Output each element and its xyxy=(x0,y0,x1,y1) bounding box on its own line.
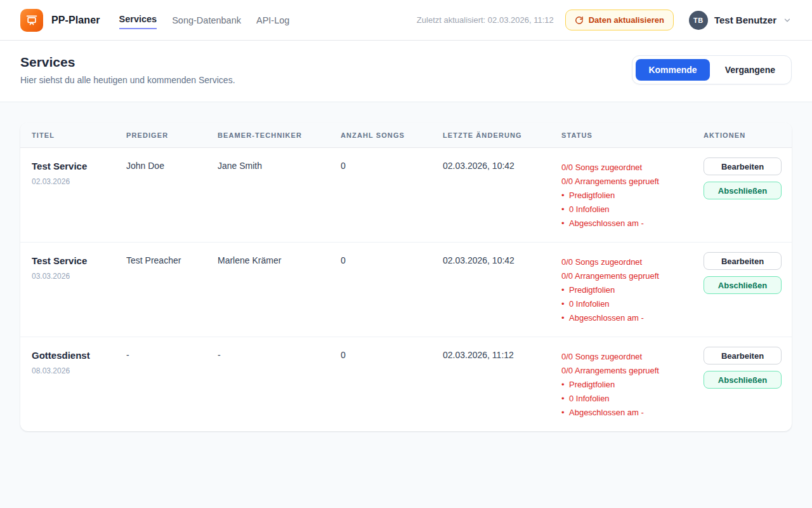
preacher-cell: - xyxy=(126,337,218,431)
service-date: 02.03.2026 xyxy=(32,177,119,186)
projector-screen-icon xyxy=(25,14,38,27)
table-row: Test Service 03.03.2026 Test Preacher Ma… xyxy=(20,243,792,337)
column-header-beamer-techniker: Beamer-Techniker xyxy=(218,123,341,147)
preacher-cell: John Doe xyxy=(126,148,218,242)
user-name: Test Benutzer xyxy=(714,15,776,25)
bullet-icon: • xyxy=(561,189,569,203)
last-change-cell: 02.03.2026, 10:42 xyxy=(443,148,561,242)
service-title: Test Service xyxy=(32,255,119,266)
top-bar: PP-Planer Services Song-Datenbank API-Lo… xyxy=(0,0,812,41)
complete-button[interactable]: Abschließen xyxy=(704,371,782,389)
bullet-icon: • xyxy=(561,203,569,217)
service-title: Gottesdienst xyxy=(32,350,119,361)
page-title: Services xyxy=(20,55,235,70)
last-updated-text: Zuletzt aktualisiert: 02.03.2026, 11:12 xyxy=(417,15,554,25)
brand-name: PP-Planer xyxy=(51,15,100,26)
service-date: 03.03.2026 xyxy=(32,272,119,281)
refresh-button-label: Daten aktualisieren xyxy=(589,15,664,25)
status-cell: 0/0 Songs zugeordnet 0/0 Arrangements ge… xyxy=(561,243,704,337)
column-header-aktionen: Aktionen xyxy=(704,123,792,147)
bullet-icon: • xyxy=(561,406,569,420)
column-header-prediger: Prediger xyxy=(126,123,218,147)
filter-toggle: Kommende Vergangene xyxy=(632,55,792,84)
nav-item-song-datenbank[interactable]: Song-Datenbank xyxy=(172,13,241,28)
main-content: Titel Prediger Beamer-Techniker Anzahl S… xyxy=(0,102,812,451)
column-header-status: Status xyxy=(561,123,704,147)
status-bullet-line: •0 Infofolien xyxy=(561,392,696,406)
title-cell: Gottesdienst 08.03.2026 xyxy=(32,337,126,431)
song-count-cell: 0 xyxy=(341,337,443,431)
status-line: 0/0 Songs zugeordnet xyxy=(561,161,696,175)
bullet-icon: • xyxy=(561,283,569,297)
complete-button[interactable]: Abschließen xyxy=(704,276,782,294)
column-header-anzahl-songs: Anzahl Songs xyxy=(341,123,443,147)
column-header-letzte-aenderung: Letzte Änderung xyxy=(443,123,561,147)
table-header-row: Titel Prediger Beamer-Techniker Anzahl S… xyxy=(20,123,792,148)
avatar: TB xyxy=(689,11,708,30)
actions-cell: Bearbeiten Abschließen xyxy=(704,148,792,242)
song-count-cell: 0 xyxy=(341,243,443,337)
status-bullet-line: •Abgeschlossen am - xyxy=(561,311,696,325)
chevron-down-icon xyxy=(783,16,792,25)
page-subtitle: Hier siehst du alle heutigen und kommend… xyxy=(20,75,235,85)
status-bullet-line: •Predigtfolien xyxy=(561,378,696,392)
status-line: 0/0 Arrangements geprueft xyxy=(561,175,696,189)
nav-item-services[interactable]: Services xyxy=(119,11,157,29)
column-header-titel: Titel xyxy=(32,123,126,147)
services-table-card: Titel Prediger Beamer-Techniker Anzahl S… xyxy=(20,123,792,431)
page-head-text: Services Hier siehst du alle heutigen un… xyxy=(20,55,235,85)
service-date: 08.03.2026 xyxy=(32,366,119,375)
status-cell: 0/0 Songs zugeordnet 0/0 Arrangements ge… xyxy=(561,337,704,431)
refresh-data-button[interactable]: Daten aktualisieren xyxy=(565,10,674,30)
app-logo xyxy=(20,9,43,32)
status-line: 0/0 Songs zugeordnet xyxy=(561,350,696,364)
bullet-icon: • xyxy=(561,378,569,392)
technician-cell: Marlene Krämer xyxy=(218,243,341,337)
status-cell: 0/0 Songs zugeordnet 0/0 Arrangements ge… xyxy=(561,148,704,242)
edit-button[interactable]: Bearbeiten xyxy=(704,252,782,270)
status-bullet-line: •Predigtfolien xyxy=(561,189,696,203)
bullet-icon: • xyxy=(561,311,569,325)
status-bullet-line: •Abgeschlossen am - xyxy=(561,217,696,231)
brand: PP-Planer xyxy=(20,9,100,32)
refresh-icon xyxy=(575,16,584,25)
bullet-icon: • xyxy=(561,392,569,406)
status-line: 0/0 Arrangements geprueft xyxy=(561,269,696,283)
status-bullet-line: •Abgeschlossen am - xyxy=(561,406,696,420)
actions-cell: Bearbeiten Abschließen xyxy=(704,243,792,337)
status-bullet-line: •0 Infofolien xyxy=(561,203,696,217)
top-bar-right: Zuletzt aktualisiert: 02.03.2026, 11:12 … xyxy=(417,10,792,30)
preacher-cell: Test Preacher xyxy=(126,243,218,337)
page-head: Services Hier siehst du alle heutigen un… xyxy=(0,41,812,102)
edit-button[interactable]: Bearbeiten xyxy=(704,157,782,175)
bullet-icon: • xyxy=(561,217,569,231)
title-cell: Test Service 03.03.2026 xyxy=(32,243,126,337)
song-count-cell: 0 xyxy=(341,148,443,242)
table-row: Gottesdienst 08.03.2026 - - 0 02.03.2026… xyxy=(20,337,792,431)
title-cell: Test Service 02.03.2026 xyxy=(32,148,126,242)
user-menu[interactable]: TB Test Benutzer xyxy=(689,11,792,30)
main-nav: Services Song-Datenbank API-Log xyxy=(119,11,290,29)
status-line: 0/0 Songs zugeordnet xyxy=(561,255,696,269)
complete-button[interactable]: Abschließen xyxy=(704,182,782,199)
table-row: Test Service 02.03.2026 John Doe Jane Sm… xyxy=(20,148,792,243)
edit-button[interactable]: Bearbeiten xyxy=(704,347,782,364)
filter-upcoming-button[interactable]: Kommende xyxy=(636,59,709,81)
status-bullet-line: •0 Infofolien xyxy=(561,297,696,311)
technician-cell: - xyxy=(218,337,341,431)
filter-past-button[interactable]: Vergangene xyxy=(712,59,788,81)
nav-item-api-log[interactable]: API-Log xyxy=(256,13,289,28)
last-change-cell: 02.03.2026, 10:42 xyxy=(443,243,561,337)
service-title: Test Service xyxy=(32,161,119,171)
status-line: 0/0 Arrangements geprueft xyxy=(561,364,696,378)
technician-cell: Jane Smith xyxy=(218,148,341,242)
last-change-cell: 02.03.2026, 11:12 xyxy=(443,337,561,431)
actions-cell: Bearbeiten Abschließen xyxy=(704,337,792,431)
bullet-icon: • xyxy=(561,297,569,311)
status-bullet-line: •Predigtfolien xyxy=(561,283,696,297)
